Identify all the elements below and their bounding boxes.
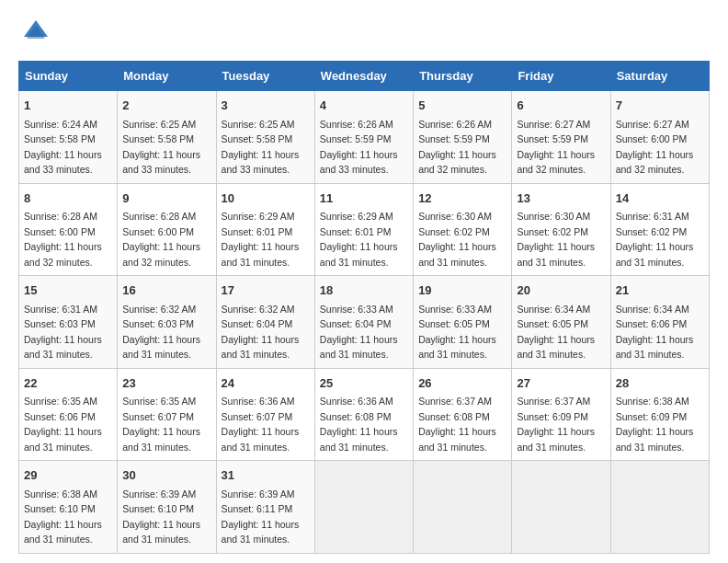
day-info: Sunrise: 6:27 AMSunset: 5:59 PMDaylight:…	[517, 119, 595, 176]
calendar-day-cell	[610, 461, 709, 554]
calendar-week-row: 1Sunrise: 6:24 AMSunset: 5:58 PMDaylight…	[19, 91, 710, 184]
day-info: Sunrise: 6:35 AMSunset: 6:06 PMDaylight:…	[24, 396, 102, 453]
day-number: 8	[24, 190, 112, 208]
day-number: 19	[418, 282, 506, 300]
calendar-day-cell: 3Sunrise: 6:25 AMSunset: 5:58 PMDaylight…	[216, 91, 314, 184]
day-of-week-header: Saturday	[610, 62, 709, 91]
calendar-day-cell: 21Sunrise: 6:34 AMSunset: 6:06 PMDayligh…	[610, 276, 709, 369]
day-info: Sunrise: 6:38 AMSunset: 6:10 PMDaylight:…	[24, 488, 102, 546]
day-number: 30	[122, 466, 210, 485]
day-number: 29	[24, 466, 112, 485]
day-info: Sunrise: 6:37 AMSunset: 6:09 PMDaylight:…	[517, 396, 595, 453]
day-number: 7	[616, 97, 704, 115]
day-number: 22	[24, 374, 112, 393]
day-info: Sunrise: 6:28 AMSunset: 6:00 PMDaylight:…	[122, 211, 200, 268]
day-info: Sunrise: 6:28 AMSunset: 6:00 PMDaylight:…	[24, 211, 102, 268]
calendar-day-cell: 11Sunrise: 6:29 AMSunset: 6:01 PMDayligh…	[314, 183, 413, 276]
day-number: 18	[320, 282, 408, 300]
calendar-day-cell: 30Sunrise: 6:39 AMSunset: 6:10 PMDayligh…	[118, 461, 216, 554]
day-number: 26	[418, 374, 506, 393]
logo	[18, 18, 50, 46]
page-header	[18, 18, 710, 46]
calendar-day-cell: 23Sunrise: 6:35 AMSunset: 6:07 PMDayligh…	[118, 368, 216, 461]
day-info: Sunrise: 6:39 AMSunset: 6:11 PMDaylight:…	[222, 488, 300, 546]
day-of-week-header: Tuesday	[216, 62, 314, 91]
calendar-day-cell: 8Sunrise: 6:28 AMSunset: 6:00 PMDaylight…	[19, 183, 118, 276]
day-of-week-header: Monday	[118, 62, 216, 91]
day-info: Sunrise: 6:30 AMSunset: 6:02 PMDaylight:…	[517, 211, 595, 268]
day-info: Sunrise: 6:34 AMSunset: 6:06 PMDaylight:…	[616, 304, 694, 361]
day-number: 17	[222, 282, 310, 300]
day-info: Sunrise: 6:36 AMSunset: 6:07 PMDaylight:…	[222, 396, 300, 453]
day-number: 10	[222, 190, 310, 208]
day-info: Sunrise: 6:38 AMSunset: 6:09 PMDaylight:…	[616, 396, 694, 453]
day-info: Sunrise: 6:26 AMSunset: 5:59 PMDaylight:…	[320, 119, 398, 176]
day-info: Sunrise: 6:29 AMSunset: 6:01 PMDaylight:…	[222, 211, 300, 268]
day-number: 27	[517, 374, 605, 393]
day-info: Sunrise: 6:32 AMSunset: 6:04 PMDaylight:…	[222, 304, 300, 361]
calendar-day-cell: 16Sunrise: 6:32 AMSunset: 6:03 PMDayligh…	[118, 276, 216, 369]
day-info: Sunrise: 6:24 AMSunset: 5:58 PMDaylight:…	[24, 119, 102, 176]
calendar-day-cell: 26Sunrise: 6:37 AMSunset: 6:08 PMDayligh…	[414, 368, 512, 461]
day-info: Sunrise: 6:33 AMSunset: 6:04 PMDaylight:…	[320, 304, 398, 361]
day-number: 5	[418, 97, 506, 115]
day-info: Sunrise: 6:35 AMSunset: 6:07 PMDaylight:…	[122, 396, 200, 453]
day-number: 14	[616, 190, 704, 208]
logo-icon	[22, 18, 50, 46]
day-number: 13	[517, 190, 605, 208]
day-of-week-header: Thursday	[414, 62, 512, 91]
day-of-week-header: Wednesday	[314, 62, 413, 91]
calendar-day-cell: 27Sunrise: 6:37 AMSunset: 6:09 PMDayligh…	[512, 368, 610, 461]
day-info: Sunrise: 6:32 AMSunset: 6:03 PMDaylight:…	[122, 304, 200, 361]
calendar-day-cell: 7Sunrise: 6:27 AMSunset: 6:00 PMDaylight…	[610, 91, 709, 184]
calendar-day-cell: 10Sunrise: 6:29 AMSunset: 6:01 PMDayligh…	[216, 183, 314, 276]
day-of-week-header: Friday	[512, 62, 610, 91]
day-info: Sunrise: 6:29 AMSunset: 6:01 PMDaylight:…	[320, 211, 398, 268]
day-number: 6	[517, 97, 605, 115]
day-info: Sunrise: 6:30 AMSunset: 6:02 PMDaylight:…	[418, 211, 496, 268]
calendar-day-cell: 28Sunrise: 6:38 AMSunset: 6:09 PMDayligh…	[610, 368, 709, 461]
calendar-week-row: 29Sunrise: 6:38 AMSunset: 6:10 PMDayligh…	[19, 461, 710, 554]
calendar-day-cell: 18Sunrise: 6:33 AMSunset: 6:04 PMDayligh…	[314, 276, 413, 369]
day-number: 11	[320, 190, 408, 208]
day-info: Sunrise: 6:27 AMSunset: 6:00 PMDaylight:…	[616, 119, 694, 176]
calendar-week-row: 8Sunrise: 6:28 AMSunset: 6:00 PMDaylight…	[19, 183, 710, 276]
calendar-day-cell: 20Sunrise: 6:34 AMSunset: 6:05 PMDayligh…	[512, 276, 610, 369]
calendar-day-cell: 24Sunrise: 6:36 AMSunset: 6:07 PMDayligh…	[216, 368, 314, 461]
day-info: Sunrise: 6:33 AMSunset: 6:05 PMDaylight:…	[418, 304, 496, 361]
day-number: 24	[222, 374, 310, 393]
day-number: 2	[122, 97, 210, 115]
day-info: Sunrise: 6:31 AMSunset: 6:03 PMDaylight:…	[24, 304, 102, 361]
day-number: 25	[320, 374, 408, 393]
day-number: 4	[320, 97, 408, 115]
day-info: Sunrise: 6:37 AMSunset: 6:08 PMDaylight:…	[418, 396, 496, 453]
day-number: 31	[222, 466, 310, 485]
day-info: Sunrise: 6:39 AMSunset: 6:10 PMDaylight:…	[122, 488, 200, 546]
calendar-day-cell: 19Sunrise: 6:33 AMSunset: 6:05 PMDayligh…	[414, 276, 512, 369]
day-info: Sunrise: 6:36 AMSunset: 6:08 PMDaylight:…	[320, 396, 398, 453]
day-info: Sunrise: 6:34 AMSunset: 6:05 PMDaylight:…	[517, 304, 595, 361]
calendar-day-cell: 1Sunrise: 6:24 AMSunset: 5:58 PMDaylight…	[19, 91, 118, 184]
calendar-table: SundayMondayTuesdayWednesdayThursdayFrid…	[18, 61, 710, 554]
calendar-day-cell: 12Sunrise: 6:30 AMSunset: 6:02 PMDayligh…	[414, 183, 512, 276]
calendar-day-cell: 17Sunrise: 6:32 AMSunset: 6:04 PMDayligh…	[216, 276, 314, 369]
calendar-day-cell: 2Sunrise: 6:25 AMSunset: 5:58 PMDaylight…	[118, 91, 216, 184]
calendar-day-cell: 29Sunrise: 6:38 AMSunset: 6:10 PMDayligh…	[19, 461, 118, 554]
calendar-day-cell: 14Sunrise: 6:31 AMSunset: 6:02 PMDayligh…	[610, 183, 709, 276]
calendar-day-cell: 25Sunrise: 6:36 AMSunset: 6:08 PMDayligh…	[314, 368, 413, 461]
day-number: 15	[24, 282, 112, 300]
calendar-day-cell	[414, 461, 512, 554]
calendar-day-cell: 15Sunrise: 6:31 AMSunset: 6:03 PMDayligh…	[19, 276, 118, 369]
day-info: Sunrise: 6:25 AMSunset: 5:58 PMDaylight:…	[122, 119, 200, 176]
day-number: 20	[517, 282, 605, 300]
calendar-day-cell: 4Sunrise: 6:26 AMSunset: 5:59 PMDaylight…	[314, 91, 413, 184]
day-number: 28	[616, 374, 704, 393]
calendar-day-cell: 9Sunrise: 6:28 AMSunset: 6:00 PMDaylight…	[118, 183, 216, 276]
calendar-day-cell	[512, 461, 610, 554]
calendar-day-cell: 6Sunrise: 6:27 AMSunset: 5:59 PMDaylight…	[512, 91, 610, 184]
day-number: 21	[616, 282, 704, 300]
day-number: 9	[122, 190, 210, 208]
day-number: 23	[122, 374, 210, 393]
calendar-day-cell: 22Sunrise: 6:35 AMSunset: 6:06 PMDayligh…	[19, 368, 118, 461]
day-of-week-header: Sunday	[19, 62, 118, 91]
